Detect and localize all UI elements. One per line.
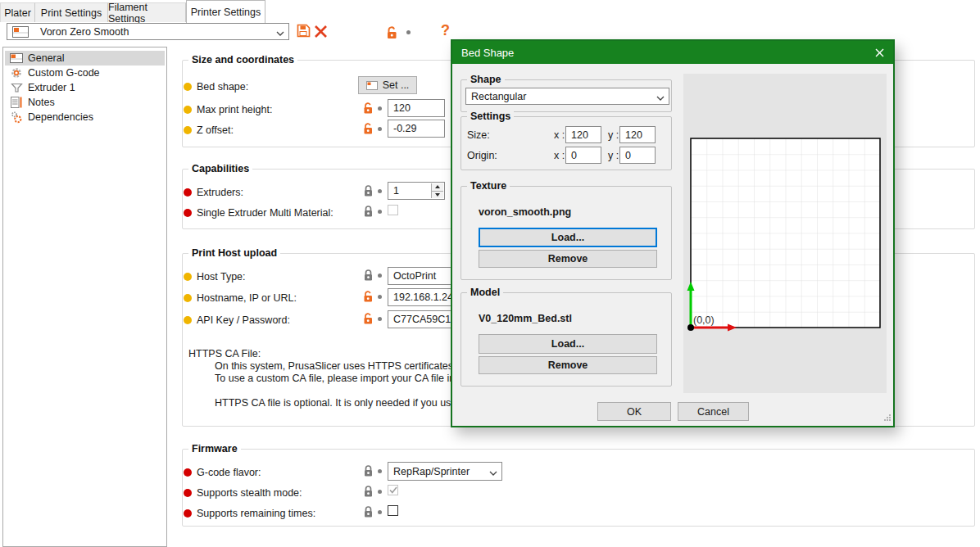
gcode-flavor-combobox[interactable]: RepRap/Sprinter <box>388 462 502 481</box>
bed-shape-set-button[interactable]: Set ... <box>358 76 417 94</box>
option-dot-icon <box>184 209 192 217</box>
spinner-buttons[interactable] <box>431 183 443 198</box>
bed-preview: (0,0) <box>683 74 887 393</box>
model-filename: V0_120mm_Bed.stl <box>479 313 572 324</box>
group-title: Size and coordinates <box>188 54 297 66</box>
remaining-times-label: Supports remaining times: <box>197 508 315 519</box>
printer-preset-combobox[interactable]: Voron Zero Smooth <box>7 23 289 40</box>
hostname-label: Hostname, IP or URL: <box>197 292 297 304</box>
shape-combobox[interactable]: Rectangular <box>465 88 669 105</box>
value-dot-icon <box>378 317 382 321</box>
chevron-down-icon <box>489 468 497 475</box>
cancel-button[interactable]: Cancel <box>678 402 749 421</box>
remaining-times-checkbox[interactable] <box>388 505 398 516</box>
host-type-label: Host Type: <box>197 271 246 283</box>
size-y-input[interactable]: 120 <box>619 126 656 143</box>
size-label: Size: <box>467 129 490 141</box>
lock-closed-icon[interactable] <box>363 505 374 521</box>
lock-open-icon[interactable] <box>386 25 398 42</box>
bed-preview-canvas: (0,0) <box>683 74 887 393</box>
model-remove-button[interactable]: Remove <box>479 356 657 374</box>
bed-mini-icon <box>366 81 378 90</box>
notes-icon <box>10 97 23 108</box>
value-dot-icon <box>378 469 382 473</box>
y-label: y : <box>608 150 619 161</box>
lock-open-icon[interactable] <box>363 102 374 117</box>
chevron-down-icon <box>276 28 284 35</box>
sidebar-item-extruder-1[interactable]: Extruder 1 <box>5 80 165 95</box>
group-title: Texture <box>467 180 510 192</box>
extruders-spinner[interactable]: 1 <box>388 182 445 200</box>
sidebar-item-custom-gcode[interactable]: Custom G-code <box>5 66 165 80</box>
option-dot-icon <box>184 273 192 281</box>
lock-closed-icon[interactable] <box>363 269 374 284</box>
lock-closed-icon[interactable] <box>363 464 374 480</box>
stealth-mode-label: Supports stealth mode: <box>197 487 302 499</box>
settings-tree: General Custom G-code Extruder 1 Notes D… <box>2 47 167 547</box>
bed-shape-dialog: Bed Shape Shape Rectangular Settings Siz… <box>451 39 895 427</box>
option-dot-icon <box>184 316 192 324</box>
extruder-icon <box>10 83 23 93</box>
lock-closed-icon[interactable] <box>363 485 374 500</box>
x-label: x : <box>554 150 565 161</box>
value-dot-icon <box>378 189 382 193</box>
max-print-height-input[interactable]: 120 <box>388 99 445 117</box>
delete-preset-button[interactable] <box>314 25 328 41</box>
save-preset-button[interactable] <box>297 24 311 40</box>
tab-printer-settings[interactable]: Printer Settings <box>186 0 265 23</box>
value-dot-icon <box>406 30 411 34</box>
option-dot-icon <box>184 489 192 497</box>
sidebar-item-general[interactable]: General <box>5 51 165 66</box>
origin-x-input[interactable]: 0 <box>565 147 601 164</box>
size-x-input[interactable]: 120 <box>565 126 601 143</box>
gears-icon <box>10 111 23 124</box>
lock-open-icon[interactable] <box>363 312 374 328</box>
lock-open-icon[interactable] <box>363 122 374 138</box>
dialog-titlebar[interactable]: Bed Shape <box>452 41 893 64</box>
group-title: Shape <box>467 74 505 85</box>
origin-label: (0,0) <box>693 314 715 326</box>
group-title: Print Host upload <box>188 247 280 259</box>
stealth-mode-checkbox[interactable] <box>388 485 398 495</box>
tab-filament-settings[interactable]: Filament Settings <box>108 2 186 22</box>
origin-y-input[interactable]: 0 <box>619 147 656 164</box>
value-dot-icon <box>378 295 382 299</box>
z-offset-label: Z offset: <box>197 124 234 136</box>
z-offset-input[interactable]: -0.29 <box>388 120 445 138</box>
tab-plater[interactable]: Plater <box>0 2 35 22</box>
help-button[interactable]: ? <box>441 22 450 39</box>
https-ca-file-title: HTTPS CA File: <box>188 348 261 359</box>
lock-closed-icon[interactable] <box>363 205 374 220</box>
group-title: Capabilities <box>188 163 252 174</box>
lock-open-icon[interactable] <box>363 290 374 305</box>
option-dot-icon <box>184 509 192 518</box>
printer-preset-name: Voron Zero Smooth <box>40 26 276 38</box>
close-icon[interactable] <box>870 45 888 61</box>
texture-load-button[interactable]: Load... <box>479 228 657 247</box>
bed-shape-label: Bed shape: <box>197 81 248 93</box>
value-dot-icon <box>378 274 382 278</box>
printer-bed-icon <box>10 53 23 63</box>
value-dot-icon <box>378 127 382 131</box>
origin-label: Origin: <box>467 150 497 161</box>
group-title: Model <box>467 287 503 298</box>
ok-button[interactable]: OK <box>597 402 671 421</box>
tab-print-settings[interactable]: Print Settings <box>35 2 108 22</box>
gear-icon <box>10 67 23 79</box>
resize-grip[interactable] <box>883 413 892 424</box>
value-dot-icon <box>378 490 382 494</box>
max-print-height-label: Max print height: <box>197 104 272 115</box>
model-load-button[interactable]: Load... <box>479 334 657 354</box>
sidebar-item-dependencies[interactable]: Dependencies <box>5 110 165 124</box>
chevron-down-icon <box>656 93 664 100</box>
group-title: Firmware <box>188 443 241 454</box>
option-dot-icon <box>184 83 192 91</box>
option-dot-icon <box>184 126 192 134</box>
extruders-label: Extruders: <box>197 187 243 198</box>
value-dot-icon <box>378 510 382 514</box>
texture-remove-button[interactable]: Remove <box>479 250 657 268</box>
semm-checkbox[interactable] <box>388 205 398 215</box>
lock-closed-icon[interactable] <box>363 184 374 200</box>
x-label: x : <box>554 129 565 141</box>
sidebar-item-notes[interactable]: Notes <box>5 95 165 110</box>
